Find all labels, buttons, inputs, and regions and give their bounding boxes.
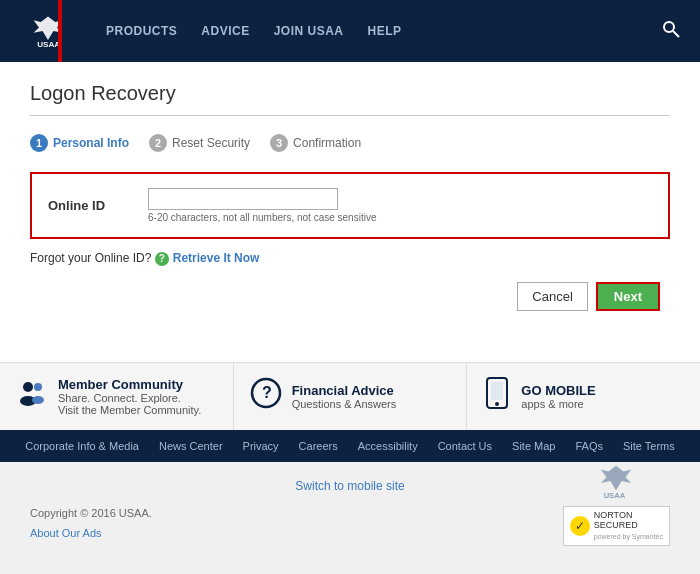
norton-badge: ✓ NORTONSECUREDpowered by Symantec	[563, 506, 670, 546]
go-mobile-icon	[483, 377, 511, 416]
nav-products[interactable]: PRODUCTS	[106, 24, 177, 38]
step-2: 2 Reset Security	[149, 134, 250, 152]
promo-financial-advice[interactable]: ? Financial Advice Questions & Answers	[234, 363, 468, 430]
go-mobile-sub: apps & more	[521, 398, 595, 410]
norton-check-icon: ✓	[570, 516, 590, 536]
main-nav: PRODUCTS ADVICE JOIN USAA HELP	[106, 24, 402, 38]
online-id-input-wrap: 6-20 characters, not all numbers, not ca…	[148, 188, 376, 223]
footer-news[interactable]: News Center	[159, 440, 223, 452]
member-community-icon	[16, 377, 48, 416]
about-ads-link[interactable]: About Our Ads	[30, 527, 102, 539]
svg-text:USAA: USAA	[37, 40, 60, 49]
footer-privacy[interactable]: Privacy	[243, 440, 279, 452]
go-mobile-text: GO MOBILE apps & more	[521, 383, 595, 410]
cancel-button[interactable]: Cancel	[517, 282, 587, 311]
promo-bar: Member Community Share. Connect. Explore…	[0, 362, 700, 430]
page-title: Logon Recovery	[30, 82, 670, 116]
svg-marker-14	[601, 465, 631, 490]
promo-go-mobile[interactable]: GO MOBILE apps & more	[467, 363, 700, 430]
member-community-sub: Share. Connect. Explore.	[58, 392, 201, 404]
footer-usaa-logo: USAA	[597, 462, 635, 500]
online-id-form-box: Online ID 6-20 characters, not all numbe…	[30, 172, 670, 239]
svg-point-6	[34, 383, 42, 391]
forgot-row: Forgot your Online ID? Retrieve It Now	[30, 251, 670, 266]
nav-help[interactable]: HELP	[368, 24, 402, 38]
header: USAA PRODUCTS ADVICE JOIN USAA HELP	[0, 0, 700, 62]
step-3: 3 Confirmation	[270, 134, 361, 152]
svg-rect-12	[491, 382, 503, 400]
financial-advice-text: Financial Advice Questions & Answers	[292, 383, 397, 410]
step-3-label: Confirmation	[293, 136, 361, 150]
footer-usaa-eagle-icon: USAA	[597, 462, 635, 500]
financial-advice-icon: ?	[250, 377, 282, 416]
step-2-label: Reset Security	[172, 136, 250, 150]
footer-nav: Corporate Info & Media News Center Priva…	[0, 430, 700, 462]
footer-bottom: Switch to mobile site Copyright © 2016 U…	[0, 462, 700, 562]
form-buttons: Cancel Next	[30, 282, 670, 311]
online-id-input[interactable]	[148, 188, 338, 210]
promo-member-community[interactable]: Member Community Share. Connect. Explore…	[0, 363, 234, 430]
mobile-link[interactable]: Switch to mobile site	[295, 479, 404, 493]
footer-careers[interactable]: Careers	[299, 440, 338, 452]
step-1-label: Personal Info	[53, 136, 129, 150]
online-id-label: Online ID	[48, 198, 128, 213]
online-id-row: Online ID 6-20 characters, not all numbe…	[48, 188, 652, 223]
step-3-circle: 3	[270, 134, 288, 152]
footer-contact[interactable]: Contact Us	[438, 440, 492, 452]
svg-text:?: ?	[262, 384, 272, 401]
footer-sitemap[interactable]: Site Map	[512, 440, 555, 452]
financial-advice-title: Financial Advice	[292, 383, 397, 398]
nav-join[interactable]: JOIN USAA	[274, 24, 344, 38]
svg-text:USAA: USAA	[604, 491, 626, 500]
financial-advice-sub: Questions & Answers	[292, 398, 397, 410]
step-2-circle: 2	[149, 134, 167, 152]
main-content: Logon Recovery 1 Personal Info 2 Reset S…	[0, 62, 700, 362]
footer-faqs[interactable]: FAQs	[575, 440, 603, 452]
search-icon[interactable]	[662, 20, 680, 43]
go-mobile-title: GO MOBILE	[521, 383, 595, 398]
member-community-text: Member Community Share. Connect. Explore…	[58, 377, 201, 416]
svg-point-13	[495, 402, 499, 406]
red-accent-bar	[58, 0, 62, 62]
footer-corporate[interactable]: Corporate Info & Media	[25, 440, 139, 452]
online-id-hint: 6-20 characters, not all numbers, not ca…	[148, 212, 376, 223]
footer-siteterms[interactable]: Site Terms	[623, 440, 675, 452]
retrieve-link[interactable]: Retrieve It Now	[155, 251, 260, 265]
steps-indicator: 1 Personal Info 2 Reset Security 3 Confi…	[30, 134, 670, 152]
footer-logos: USAA ✓ NORTONSECUREDpowered by Symantec	[563, 462, 670, 546]
svg-point-3	[664, 22, 674, 32]
member-community-title: Member Community	[58, 377, 201, 392]
footer-accessibility[interactable]: Accessibility	[358, 440, 418, 452]
step-1-circle: 1	[30, 134, 48, 152]
norton-text: NORTONSECUREDpowered by Symantec	[594, 510, 663, 542]
svg-line-4	[673, 31, 679, 37]
nav-advice[interactable]: ADVICE	[201, 24, 249, 38]
svg-point-5	[23, 382, 33, 392]
forgot-text: Forgot your Online ID?	[30, 251, 151, 265]
svg-point-8	[32, 396, 44, 404]
step-1: 1 Personal Info	[30, 134, 129, 152]
member-community-body: Visit the Member Community.	[58, 404, 201, 416]
next-button[interactable]: Next	[596, 282, 660, 311]
